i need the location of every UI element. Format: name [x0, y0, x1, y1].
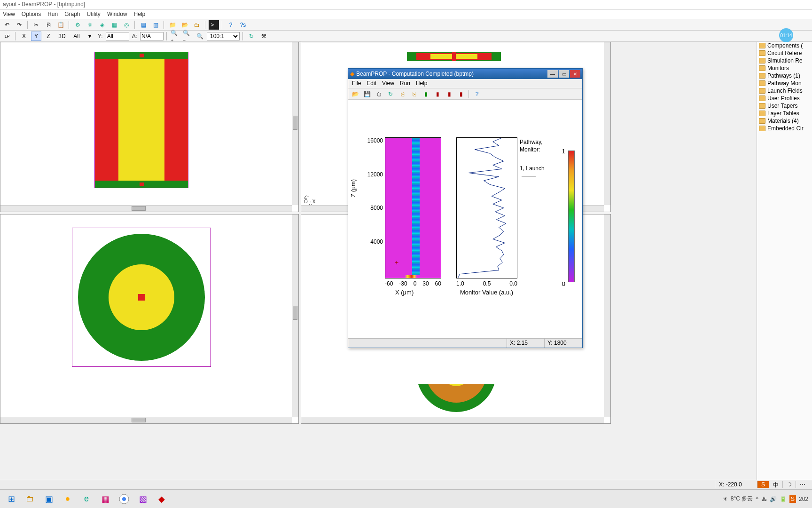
redo-button[interactable]: ↷ — [14, 20, 24, 30]
taskbar-edge-icon[interactable]: e — [79, 492, 94, 507]
tool-button-6[interactable]: ▤ — [138, 20, 148, 30]
popup-light3-button[interactable]: ▮ — [444, 89, 454, 99]
tray-battery-icon[interactable]: 🔋 — [780, 496, 787, 502]
y-input[interactable] — [106, 32, 129, 40]
menu-help[interactable]: Help — [134, 11, 146, 18]
taskbar-app4-icon[interactable]: ▧ — [135, 492, 150, 507]
copy-button[interactable]: ⎘ — [43, 20, 54, 30]
popup-copy2-button[interactable]: ⎘ — [409, 89, 419, 99]
sidebar-item-circuit[interactable]: Circuit Refere — [757, 49, 812, 57]
help-button[interactable]: ? — [226, 20, 236, 30]
delta-input[interactable] — [140, 32, 164, 40]
scrollbar-h[interactable] — [0, 417, 292, 423]
tray-chevron-icon[interactable]: ^ — [756, 496, 758, 502]
mode-1p-button[interactable]: 1P — [2, 32, 12, 41]
folder-button-1[interactable]: 📁 — [167, 20, 178, 30]
menu-utility[interactable]: Utility — [87, 11, 101, 18]
taskbar-app3-icon[interactable]: ▦ — [98, 492, 113, 507]
sidebar-item-pathway-mon[interactable]: Pathway Mon — [757, 79, 812, 87]
scrollbar-h[interactable] — [0, 205, 292, 212]
popup-print-button[interactable]: ⎙ — [374, 89, 384, 99]
terminal-button[interactable]: >_ — [209, 20, 219, 30]
axis-z-button[interactable]: Z — [43, 32, 54, 41]
sidebar-item-user-profiles[interactable]: User Profiles — [757, 95, 812, 102]
scrollbar-v[interactable] — [604, 42, 610, 205]
cut-button[interactable]: ✂ — [31, 20, 41, 30]
close-button[interactable]: ✕ — [570, 70, 580, 78]
sidebar-item-simulation[interactable]: Simulation Re — [757, 57, 812, 64]
zoom-out-button[interactable]: 🔍₋ — [182, 32, 193, 41]
sidebar-item-layer-tables[interactable]: Layer Tables — [757, 110, 812, 117]
menu-window[interactable]: Window — [107, 11, 127, 18]
popup-titlebar[interactable]: ◆ BeamPROP - Computation Completed (bptm… — [348, 69, 582, 79]
axis-3d-button[interactable]: 3D — [55, 32, 69, 41]
view-pane-xy[interactable] — [0, 214, 299, 424]
status-more-icon[interactable]: ⋯ — [796, 481, 809, 488]
tool-button-4[interactable]: ▦ — [109, 20, 119, 30]
sidebar-item-embedded[interactable]: Embedded Cir — [757, 125, 812, 132]
settings-button[interactable]: ⚒ — [258, 32, 269, 41]
sidebar-item-materials[interactable]: Materials (4) — [757, 117, 812, 125]
waveguide-yz-shape[interactable] — [407, 52, 501, 61]
axis-x-button[interactable]: X — [19, 32, 29, 41]
scrollbar-v[interactable] — [604, 214, 610, 417]
sidebar-item-monitors[interactable]: Monitors — [757, 64, 812, 72]
popup-menu-file[interactable]: File — [352, 80, 361, 87]
heatmap-plot[interactable]: + — [385, 137, 441, 278]
tool-button-3[interactable]: ◈ — [97, 20, 107, 30]
tool-button-1[interactable]: ⚙ — [72, 20, 83, 30]
monitor-line-plot[interactable] — [456, 137, 517, 278]
axis-y-button[interactable]: Y — [31, 32, 41, 41]
popup-menu-view[interactable]: View — [382, 80, 394, 87]
status-ime-icon[interactable]: S — [757, 481, 769, 488]
zoom-select[interactable]: 100:1 — [207, 32, 240, 40]
popup-light2-button[interactable]: ▮ — [432, 89, 443, 99]
popup-refresh-button[interactable]: ↻ — [385, 89, 396, 99]
waveguide-xy-shape[interactable] — [72, 228, 211, 367]
popup-save-button[interactable]: 💾 — [362, 89, 372, 99]
menu-options[interactable]: Options — [22, 11, 41, 18]
axis-all-button[interactable]: All — [70, 32, 83, 41]
help-sim-button[interactable]: ?ѕ — [238, 20, 248, 30]
taskbar-explorer-icon[interactable]: 🗀 — [23, 492, 38, 507]
sidebar-item-components[interactable]: Components ( — [757, 42, 812, 49]
axis-drop-button[interactable]: ▾ — [85, 32, 95, 41]
refresh-button[interactable]: ↻ — [246, 32, 257, 41]
tray-network-icon[interactable]: 🖧 — [761, 496, 767, 502]
status-lang[interactable]: 中 — [769, 481, 782, 488]
popup-help-button[interactable]: ? — [472, 89, 482, 99]
waveguide-xz-shape[interactable] — [94, 52, 188, 188]
paste-button[interactable]: 📋 — [55, 20, 66, 30]
scrollbar-v[interactable] — [292, 214, 298, 417]
folder-button-2[interactable]: 📂 — [180, 20, 190, 30]
menu-run[interactable]: Run — [47, 11, 58, 18]
tool-button-2[interactable]: ⚛ — [85, 20, 95, 30]
system-tray[interactable]: ☀ 8°C 多云 ^ 🖧 🔊 🔋 S 202 — [723, 495, 808, 503]
scrollbar-v[interactable] — [292, 42, 298, 205]
popup-copy1-button[interactable]: ⎘ — [397, 89, 407, 99]
tray-volume-icon[interactable]: 🔊 — [770, 496, 777, 502]
popup-menu-help[interactable]: Help — [416, 80, 428, 87]
maximize-button[interactable]: ▭ — [559, 70, 569, 78]
popup-open-button[interactable]: 📂 — [350, 89, 360, 99]
tool-button-7[interactable]: ▥ — [150, 20, 161, 30]
zoom-in-button[interactable]: 🔍₊ — [170, 32, 180, 41]
undo-button[interactable]: ↶ — [2, 20, 12, 30]
zoom-fit-button[interactable]: 🔍 — [195, 32, 205, 41]
menu-view[interactable]: View — [3, 11, 15, 18]
tray-ime-icon[interactable]: S — [789, 495, 796, 503]
popup-light4-button[interactable]: ▮ — [456, 89, 466, 99]
waveguide-3d-shape[interactable] — [409, 384, 503, 417]
scrollbar-h[interactable] — [301, 417, 604, 423]
tool-button-5[interactable]: ◎ — [121, 20, 132, 30]
taskbar-beamprop-icon[interactable]: ◆ — [154, 492, 169, 507]
popup-menu-run[interactable]: Run — [400, 80, 410, 87]
taskbar-start-icon[interactable]: ⊞ — [4, 492, 19, 507]
popup-menu-edit[interactable]: Edit — [367, 80, 376, 87]
folder-button-3[interactable]: 🗀 — [192, 20, 202, 30]
minimize-button[interactable]: — — [547, 70, 558, 78]
view-pane-xz[interactable] — [0, 42, 299, 212]
popup-light1-button[interactable]: ▮ — [421, 89, 431, 99]
sidebar-item-launch-fields[interactable]: Launch Fields — [757, 87, 812, 95]
taskbar-app2-icon[interactable]: ● — [60, 492, 75, 507]
